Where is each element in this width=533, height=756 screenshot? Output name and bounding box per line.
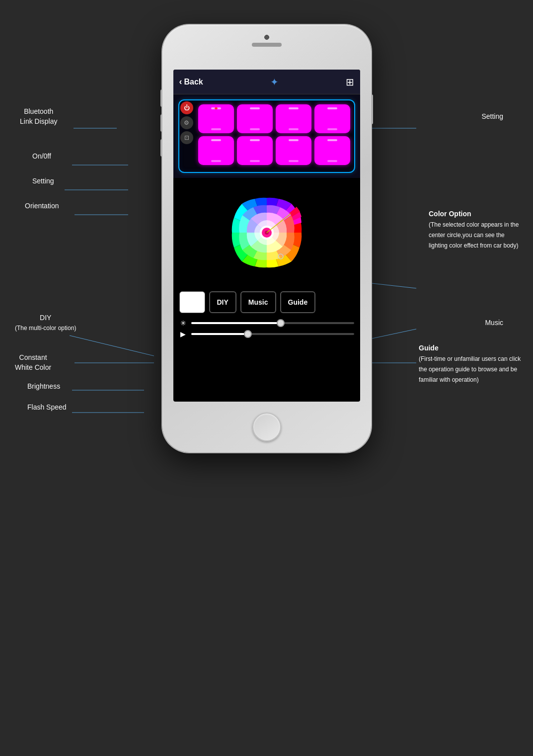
flash-speed-slider-row: ▶: [179, 330, 354, 338]
bottom-controls: DIY Music Guide ✳ ▶: [173, 287, 360, 345]
brightness-slider[interactable]: [191, 322, 354, 324]
led-pad-8[interactable]: [314, 136, 350, 165]
guide-button[interactable]: Guide: [280, 291, 316, 313]
chevron-left-icon: ‹: [179, 77, 182, 87]
grid-icon[interactable]: ⊞: [346, 76, 354, 88]
led-frame: ⏻ ⚙ ⊡: [178, 99, 355, 173]
bluetooth-icon: ✦: [270, 76, 279, 88]
led-pad-5[interactable]: [198, 136, 234, 165]
app-header: ‹ Back ✦ ⊞: [173, 70, 360, 94]
diy-button[interactable]: DIY: [209, 291, 236, 313]
mode-buttons-row: DIY Music Guide: [179, 291, 354, 313]
annotation-bluetooth-link: Bluetooth Link Display: [20, 107, 57, 126]
led-indicator: [215, 107, 218, 109]
front-camera: [264, 35, 269, 40]
annotation-on-off: On/0ff: [32, 152, 51, 162]
led-pad-6[interactable]: [237, 136, 273, 165]
speaker-grill: [252, 43, 282, 47]
flash-speed-slider[interactable]: [191, 333, 354, 335]
svg-line-4: [70, 336, 154, 356]
led-row-bottom: [198, 136, 350, 165]
led-side-controls: ⏻ ⚙ ⊡: [180, 101, 193, 144]
speed-fill: [191, 333, 248, 335]
led-grid-area: ⏻ ⚙ ⊡: [173, 94, 360, 178]
phone-top-area: [217, 35, 316, 47]
led-pads: [198, 104, 350, 168]
color-wheel-area: [173, 178, 360, 287]
annotation-orientation: Orientation: [25, 201, 59, 211]
constant-white-button[interactable]: [179, 291, 205, 313]
led-pad-3[interactable]: [276, 104, 311, 133]
orientation-button[interactable]: ⊡: [180, 131, 193, 144]
home-button[interactable]: [252, 413, 281, 441]
settings-button[interactable]: ⚙: [180, 116, 193, 129]
phone-device: ‹ Back ✦ ⊞ ⏻ ⚙ ⊡: [162, 25, 371, 452]
color-wheel-svg: [217, 183, 316, 282]
back-button[interactable]: ‹ Back: [179, 77, 203, 87]
annotation-diy: DIY (The multi-color option): [15, 313, 76, 333]
led-pad-1[interactable]: [198, 104, 234, 133]
phone-shell: ‹ Back ✦ ⊞ ⏻ ⚙ ⊡: [162, 25, 371, 452]
annotation-setting-right: Setting: [481, 112, 503, 122]
annotation-color-option: Color Option (The selected color appears…: [429, 209, 523, 251]
speed-thumb[interactable]: [244, 330, 252, 338]
annotation-setting-left: Setting: [32, 176, 54, 186]
annotation-flash-speed: Flash Speed: [27, 403, 67, 413]
flash-speed-icon: ▶: [179, 330, 187, 338]
led-pad-2[interactable]: [237, 104, 273, 133]
power-button[interactable]: ⏻: [180, 101, 193, 114]
led-pad-4[interactable]: [314, 104, 350, 133]
back-label: Back: [184, 78, 203, 86]
color-wheel-wrapper[interactable]: [217, 183, 316, 282]
brightness-fill: [191, 322, 281, 324]
annotation-brightness: Brightness: [27, 382, 60, 392]
brightness-icon: ✳: [179, 319, 187, 327]
annotation-music: Music: [485, 318, 503, 328]
music-button[interactable]: Music: [240, 291, 276, 313]
annotation-constant-white: ConstantWhite Color: [15, 353, 51, 372]
led-pad-7[interactable]: [276, 136, 311, 165]
brightness-slider-row: ✳: [179, 319, 354, 327]
annotation-guide: Guide (First-time or unfamiliar users ca…: [419, 343, 523, 385]
brightness-thumb[interactable]: [277, 319, 285, 327]
led-row-top: [198, 104, 350, 133]
phone-screen: ‹ Back ✦ ⊞ ⏻ ⚙ ⊡: [173, 70, 360, 402]
